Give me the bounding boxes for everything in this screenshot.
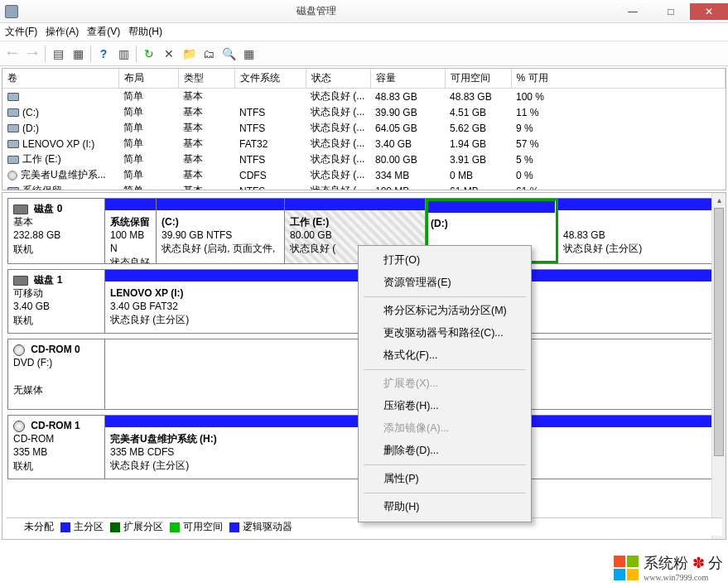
- col-layout[interactable]: 布局: [118, 69, 178, 89]
- disk-state: 联机: [13, 315, 33, 326]
- vol-type: 基本: [178, 104, 234, 120]
- disk-label-cd1[interactable]: CD-ROM 1 CD-ROM 335 MB 联机: [7, 415, 105, 479]
- volume-icon: [7, 108, 19, 117]
- col-status[interactable]: 状态: [306, 69, 370, 89]
- menu-action[interactable]: 操作(A): [46, 25, 79, 39]
- delete-icon[interactable]: ✕: [160, 45, 178, 63]
- vol-cap: 3.40 GB: [370, 136, 445, 152]
- back-button[interactable]: ⭠: [3, 45, 22, 63]
- help-icon[interactable]: ?: [94, 45, 113, 63]
- ctx-active[interactable]: 将分区标记为活动分区(M): [360, 300, 529, 322]
- props-button[interactable]: ▥: [114, 45, 133, 63]
- menu-help[interactable]: 帮助(H): [128, 25, 162, 39]
- minimize-button[interactable]: —: [614, 3, 652, 20]
- disk-state: 无媒体: [13, 384, 43, 396]
- volume-icon: [7, 124, 19, 132]
- partition-line: 48.83 GB: [563, 229, 605, 241]
- window-title: 磁盘管理: [18, 4, 614, 18]
- partition-title: 工作 (E:): [290, 216, 329, 228]
- col-fs[interactable]: 文件系统: [234, 69, 306, 89]
- vol-pct: 11 %: [511, 104, 726, 120]
- disk-title: CD-ROM 1: [31, 420, 80, 431]
- vol-fs: NTFS: [234, 120, 306, 136]
- vol-type: 基本: [178, 89, 234, 105]
- partition-line: 80.00 GB: [290, 229, 332, 241]
- ctx-sep: [364, 493, 526, 493]
- disk-type: DVD (F:): [13, 357, 52, 368]
- partition-title: 完美者U盘维护系统 (H:): [110, 433, 217, 445]
- scrollbar-vertical[interactable]: ▴ ▾: [711, 193, 726, 539]
- vol-status: 状态良好 (...: [306, 104, 370, 120]
- close-button[interactable]: ✕: [690, 3, 728, 20]
- toolbar-sep: [90, 46, 91, 62]
- col-type[interactable]: 类型: [178, 69, 234, 89]
- partition-c[interactable]: (C:) 39.90 GB NTFS 状态良好 (启动, 页面文件,: [157, 199, 285, 263]
- ctx-explorer[interactable]: 资源管理器(E): [360, 272, 529, 294]
- disk-icon: [13, 204, 28, 214]
- ctx-change[interactable]: 更改驱动器号和路径(C)...: [360, 322, 529, 344]
- disk-label-cd0[interactable]: CD-ROM 0 DVD (F:) 无媒体: [7, 339, 105, 410]
- window-buttons: — □ ✕: [614, 3, 728, 20]
- table-row[interactable]: (D:)简单基本NTFS状态良好 (...64.05 GB5.62 GB9 %: [2, 120, 726, 136]
- disk-label-0[interactable]: 磁盘 0 基本 232.88 GB 联机: [7, 198, 105, 264]
- vol-free: 61 MB: [445, 183, 511, 190]
- tool1-icon[interactable]: 🗂: [200, 45, 218, 63]
- ctx-shrink[interactable]: 压缩卷(H)...: [360, 395, 529, 417]
- partition-line: 39.90 GB NTFS: [162, 229, 232, 241]
- table-row[interactable]: LENOVO XP (I:)简单基本FAT32状态良好 (...3.40 GB1…: [2, 136, 726, 152]
- partition-sysres[interactable]: 系统保留 100 MB N 状态良好: [105, 199, 157, 263]
- vol-cap: 80.00 GB: [370, 152, 445, 167]
- volume-icon: [7, 187, 19, 190]
- col-free[interactable]: 可用空间: [445, 69, 511, 89]
- panes2-button[interactable]: ▦: [69, 45, 87, 63]
- vol-layout: 简单: [118, 167, 178, 183]
- vol-layout: 简单: [118, 136, 178, 152]
- maximize-button[interactable]: □: [652, 3, 690, 20]
- refresh-icon[interactable]: ↻: [140, 45, 158, 63]
- ctx-format[interactable]: 格式化(F)...: [360, 344, 529, 367]
- toolbar: ⭠ ⭢ ▤ ▦ ? ▥ ↻ ✕ 📁 🗂 🔍 ▦: [0, 41, 728, 66]
- table-row[interactable]: 系统保留简单基本NTFS状态良好 (...100 MB61 MB61 %: [2, 183, 726, 190]
- partition-free[interactable]: 48.83 GB 状态良好 (主分区): [558, 199, 718, 263]
- partition-bar: [285, 199, 425, 210]
- col-pct[interactable]: % 可用: [511, 69, 726, 89]
- table-row[interactable]: (C:)简单基本NTFS状态良好 (...39.90 GB4.51 GB11 %: [2, 104, 726, 120]
- scroll-thumb[interactable]: [714, 208, 724, 456]
- vol-free: 48.83 GB: [445, 89, 511, 105]
- vol-cap: 64.05 GB: [370, 120, 445, 136]
- menu-view[interactable]: 查看(V): [87, 25, 120, 39]
- forward-button[interactable]: ⭢: [23, 45, 41, 63]
- table-row[interactable]: 完美者U盘维护系...简单基本CDFS状态良好 (...334 MB0 MB0 …: [2, 167, 726, 183]
- table-row[interactable]: 简单基本状态良好 (...48.83 GB48.83 GB100 %: [2, 89, 726, 105]
- ctx-delete[interactable]: 删除卷(D)...: [360, 440, 529, 462]
- menu-file[interactable]: 文件(F): [5, 25, 37, 39]
- vol-cap: 100 MB: [370, 183, 445, 190]
- vol-fs: [234, 89, 306, 105]
- vol-cap: 334 MB: [370, 167, 445, 183]
- table-row[interactable]: 工作 (E:)简单基本NTFS状态良好 (...80.00 GB3.91 GB5…: [2, 152, 726, 167]
- open-icon[interactable]: 📁: [180, 45, 198, 63]
- toolbar-sep: [136, 46, 137, 62]
- disk-title: CD-ROM 0: [31, 344, 80, 355]
- watermark-brand: 系统粉: [644, 555, 688, 571]
- col-cap[interactable]: 容量: [370, 69, 445, 89]
- ctx-sep: [364, 369, 526, 370]
- tool3-icon[interactable]: ▦: [239, 45, 258, 63]
- tool2-icon[interactable]: 🔍: [219, 45, 238, 63]
- volume-icon: [7, 156, 19, 164]
- context-menu: 打开(O) 资源管理器(E) 将分区标记为活动分区(M) 更改驱动器号和路径(C…: [358, 245, 532, 522]
- toolbar-sep: [45, 46, 46, 62]
- col-vol[interactable]: 卷: [2, 69, 118, 89]
- vol-type: 基本: [178, 120, 234, 136]
- vol-status: 状态良好 (...: [306, 183, 370, 190]
- watermark-url: www.win7999.com: [644, 573, 723, 582]
- vol-layout: 简单: [118, 104, 178, 120]
- ctx-open[interactable]: 打开(O): [360, 249, 529, 272]
- scroll-up-icon[interactable]: ▴: [712, 193, 726, 207]
- partition-bar: [428, 201, 555, 213]
- ctx-props[interactable]: 属性(P): [360, 468, 529, 490]
- panes1-button[interactable]: ▤: [49, 45, 67, 63]
- ctx-help[interactable]: 帮助(H): [360, 496, 529, 518]
- vol-free: 0 MB: [445, 167, 511, 183]
- disk-label-1[interactable]: 磁盘 1 可移动 3.40 GB 联机: [7, 269, 105, 334]
